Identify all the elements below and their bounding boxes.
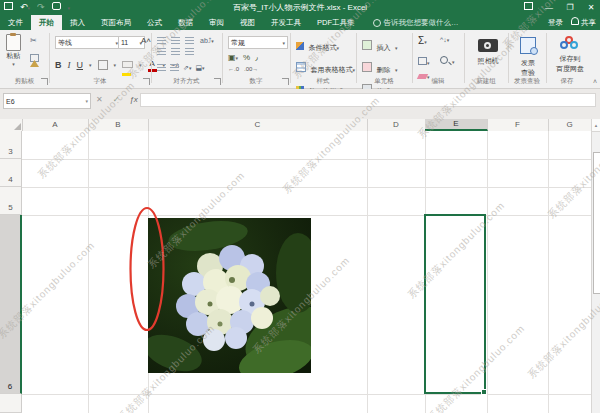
number-dialog-launcher[interactable] [282,78,289,85]
baidu-netdisk-icon [559,36,581,50]
row-header-6[interactable]: 6 [0,215,22,394]
tab-developer[interactable]: 开发工具 [263,15,309,30]
paste-button[interactable]: 粘贴 ▾ [6,34,21,67]
column-header-g[interactable]: G [548,119,592,131]
column-header-e[interactable]: E [425,119,488,131]
red-ellipse-annotation[interactable] [128,205,166,333]
sheet-grid[interactable]: 3 4 5 6 [0,131,591,413]
insert-function-icon[interactable]: ƒx [129,93,137,107]
tab-pdf-tools[interactable]: PDF工具集 [309,15,363,30]
align-left-icon[interactable] [157,48,166,56]
cancel-icon[interactable]: ✕ [96,93,103,107]
decimal-buttons: ←.0 .00→ [228,66,258,72]
align-center-icon[interactable] [171,48,180,56]
tab-data[interactable]: 数据 [170,15,201,30]
align-middle-icon[interactable] [171,37,180,45]
wrap-text-button[interactable]: ⇗▾ [183,64,191,72]
column-header-f[interactable]: F [487,119,549,131]
invoice-check-button[interactable]: 发票查验 [514,37,542,78]
formula-input[interactable] [140,93,596,107]
insert-cells-button[interactable]: 插入 ▾ [362,36,397,54]
alignment-dialog-launcher[interactable] [214,78,221,85]
name-box[interactable]: E6▾ [3,93,91,109]
clipboard-dialog-launcher[interactable] [41,78,48,85]
find-select-button[interactable]: ▾ [440,50,455,68]
select-all-triangle-icon [14,123,21,130]
row-header-7[interactable] [0,394,22,413]
decrease-indent-icon[interactable] [157,64,166,72]
column-header-b[interactable]: B [88,119,149,131]
paste-icon [6,34,21,51]
bold-button[interactable]: B [55,60,62,70]
hydrangea-photo [148,218,311,373]
align-bottom-icon[interactable] [185,37,194,45]
alignment-group-label: 对齐方式 [151,77,222,86]
conditional-formatting-button[interactable]: 条件格式▾ [296,36,355,54]
font-color-button[interactable]: A [148,59,157,72]
fill-color-button[interactable] [122,54,133,76]
scroll-up-arrow[interactable]: ▴ [592,119,600,132]
column-header-d[interactable]: D [367,119,426,131]
select-all-corner[interactable] [0,119,23,131]
minimize-button[interactable]: — [543,1,555,14]
baidu-netdisk-save-button[interactable]: 保存到百度网盘 [552,36,588,74]
tab-insert[interactable]: 插入 [62,15,93,30]
font-dialog-launcher[interactable] [143,78,150,85]
increase-decimal-button[interactable]: ←.0 [228,66,239,72]
row-header-4[interactable]: 4 [0,159,22,187]
percent-style-button[interactable]: % [243,53,250,62]
increase-indent-icon[interactable] [170,64,179,72]
cut-button[interactable]: ✂ [30,36,37,45]
share-button[interactable]: 共享 [571,17,596,28]
sign-in-link[interactable]: 登录 [548,18,563,28]
comma-style-button[interactable]: ٫ [255,53,258,62]
tab-formulas[interactable]: 公式 [139,15,170,30]
tab-home[interactable]: 开始 [31,15,62,30]
ribbon-display-options-icon[interactable] [522,1,534,14]
italic-button[interactable]: I [68,60,71,70]
restore-button[interactable]: ❐ [564,1,576,14]
tell-me-box[interactable]: 告诉我您想要做什么… [363,15,459,30]
collapse-ribbon-icon[interactable]: ˄ [593,78,597,85]
fill-handle[interactable] [481,389,487,395]
accounting-format-button[interactable]: ▣▾ [228,53,238,62]
align-right-icon[interactable] [185,48,194,56]
account-area: 登录 共享 [548,15,596,30]
invoice-group-label: 发票查验 [508,77,546,86]
window-controls: — ❐ ✕ [522,1,597,14]
tab-review[interactable]: 审阅 [201,15,232,30]
autosum-button[interactable]: Σ▾ [418,35,427,46]
delete-cells-button[interactable]: 删除 ▾ [362,58,397,76]
borders-button[interactable] [98,60,108,70]
tab-page-layout[interactable]: 页面布局 [93,15,139,30]
scrollbar-thumb[interactable] [593,152,600,294]
vertical-scrollbar[interactable]: ▴ [591,119,600,413]
sort-filter-button[interactable]: ᴬ↓▾ [440,36,449,43]
number-format-combo[interactable]: 常规▾ [228,36,288,49]
camera-button[interactable]: 照相机 [472,38,504,66]
decrease-decimal-button[interactable]: .00→ [244,66,258,72]
align-top-icon[interactable] [157,37,166,45]
font-name-combo[interactable]: 等线▾ [55,36,121,49]
ribbon-tab-bar: 文件 开始 插入 页面布局 公式 数据 审阅 视图 开发工具 PDF工具集 告诉… [0,15,600,30]
styles-group-label: 样式 [290,77,356,86]
column-header-c[interactable]: C [148,119,368,131]
inserted-picture-hydrangea[interactable] [148,218,311,373]
merge-center-button[interactable]: ⬓▾ [195,64,204,72]
grow-font-button[interactable]: A˄ [141,36,151,45]
column-header-a[interactable]: A [22,119,89,131]
tab-file[interactable]: 文件 [0,15,31,30]
formula-bar: E6▾ ✕ ✓ ƒx [0,89,600,119]
selected-cell-e6[interactable] [424,214,486,394]
enter-icon[interactable]: ✓ [113,93,120,107]
title-bar: ↶▾ ↷ ▾ 百家号_IT小人物示例文件.xlsx - Excel — ❐ ✕ [0,0,600,15]
underline-button[interactable]: U [77,60,84,70]
close-button[interactable]: ✕ [585,1,597,14]
row-header-3[interactable]: 3 [0,131,22,159]
align-buttons [157,37,196,56]
row-header-5[interactable]: 5 [0,187,22,215]
format-as-table-button[interactable]: 套用表格格式▾ [296,58,355,76]
person-icon [571,17,579,25]
orientation-button[interactable]: ab⤴▾ [200,37,214,44]
tab-view[interactable]: 视图 [232,15,263,30]
